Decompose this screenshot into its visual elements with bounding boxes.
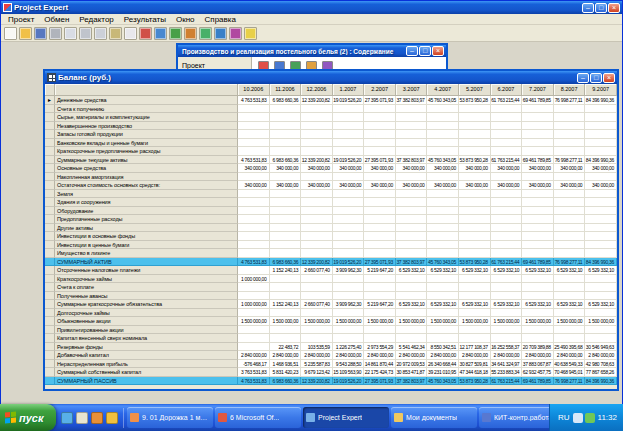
table-cell[interactable]: [301, 249, 333, 258]
table-cell[interactable]: 340 000,00: [554, 164, 586, 173]
table-cell[interactable]: 5 831 420,23: [270, 368, 302, 377]
table-cell[interactable]: [238, 326, 270, 335]
table-cell[interactable]: [301, 326, 333, 335]
table-cell[interactable]: 25 490 395,68: [554, 343, 586, 352]
table-cell[interactable]: [333, 122, 365, 131]
table-cell[interactable]: [238, 215, 270, 224]
table-cell[interactable]: [459, 113, 491, 122]
table-cell[interactable]: [301, 224, 333, 233]
table-cell[interactable]: 61 763 215,44: [491, 156, 523, 165]
table-cell[interactable]: 53 873 950,28: [459, 156, 491, 165]
table-cell[interactable]: [364, 147, 396, 156]
table-cell[interactable]: 3 763 531,83: [238, 368, 270, 377]
table-cell[interactable]: [396, 326, 428, 335]
table-cell[interactable]: 12 177 108,37: [459, 343, 491, 352]
table-cell[interactable]: [554, 147, 586, 156]
table-cell[interactable]: [301, 292, 333, 301]
table-cell[interactable]: 19 019 526,20: [333, 96, 365, 105]
table-cell[interactable]: 26 340 668,44: [427, 360, 459, 369]
table-cell[interactable]: [427, 334, 459, 343]
table-cell[interactable]: [522, 215, 554, 224]
table-cell[interactable]: 22 175 424,73: [364, 368, 396, 377]
table-cell[interactable]: [554, 139, 586, 148]
table-cell[interactable]: [491, 232, 523, 241]
table-cell[interactable]: [238, 249, 270, 258]
table-cell[interactable]: [427, 207, 459, 216]
table-cell[interactable]: [301, 275, 333, 284]
row-selector[interactable]: [45, 173, 55, 182]
table-cell[interactable]: 6 529 332,10: [396, 266, 428, 275]
table-cell[interactable]: 2 840 000,00: [238, 351, 270, 360]
table-cell[interactable]: [585, 241, 617, 250]
table-cell[interactable]: 1 500 000,00: [427, 317, 459, 326]
table-cell[interactable]: [333, 105, 365, 114]
table-cell[interactable]: [238, 130, 270, 139]
table-cell[interactable]: 27 395 071,93: [364, 96, 396, 105]
row-selector[interactable]: [45, 360, 55, 369]
table-cell[interactable]: [427, 215, 459, 224]
table-cell[interactable]: 47 344 618,18: [459, 368, 491, 377]
table-cell[interactable]: 14 861 870,44: [364, 360, 396, 369]
table-cell[interactable]: [585, 215, 617, 224]
table-cell[interactable]: [522, 283, 554, 292]
menu-item-results[interactable]: Результаты: [119, 14, 171, 25]
table-cell[interactable]: [364, 232, 396, 241]
table-cell[interactable]: 5 235 587,83: [301, 360, 333, 369]
table-cell[interactable]: [554, 215, 586, 224]
table-cell[interactable]: [238, 309, 270, 318]
table-cell[interactable]: 53 873 950,28: [459, 96, 491, 105]
table-cell[interactable]: [270, 215, 302, 224]
table-cell[interactable]: [301, 309, 333, 318]
table-cell[interactable]: 30 546 949,63: [585, 343, 617, 352]
table-cell[interactable]: 34 641 324,97: [491, 360, 523, 369]
row-selector[interactable]: [45, 207, 55, 216]
report-icon[interactable]: [229, 27, 242, 40]
table-cell[interactable]: [396, 292, 428, 301]
column-header[interactable]: 6.2007: [491, 84, 523, 96]
table-cell[interactable]: [459, 334, 491, 343]
table-cell[interactable]: [585, 113, 617, 122]
table-cell[interactable]: 340 000,00: [554, 181, 586, 190]
table-cell[interactable]: [238, 198, 270, 207]
table-cell[interactable]: 6 983 660,36: [270, 377, 302, 386]
table-cell[interactable]: 1 500 000,00: [238, 317, 270, 326]
table-cell[interactable]: [396, 232, 428, 241]
table-cell[interactable]: 61 763 215,44: [491, 96, 523, 105]
table-cell[interactable]: 84 396 990,36: [585, 156, 617, 165]
row-selector[interactable]: [45, 249, 55, 258]
table-cell[interactable]: [554, 207, 586, 216]
row-selector[interactable]: [45, 122, 55, 131]
table-cell[interactable]: [270, 241, 302, 250]
table-cell[interactable]: [301, 122, 333, 131]
row-selector[interactable]: ►: [45, 96, 55, 105]
table-cell[interactable]: 5 219 647,20: [364, 266, 396, 275]
table-cell[interactable]: [459, 249, 491, 258]
table-cell[interactable]: 37 382 803,97: [396, 377, 428, 386]
menu-item-help[interactable]: Справка: [200, 14, 241, 25]
table-cell[interactable]: [491, 275, 523, 284]
table-cell[interactable]: 9 543 288,50: [333, 360, 365, 369]
row-selector[interactable]: [45, 190, 55, 199]
table-cell[interactable]: 12 339 200,82: [301, 156, 333, 165]
table-cell[interactable]: 84 396 990,36: [585, 258, 617, 267]
table-cell[interactable]: 340 000,00: [427, 181, 459, 190]
table-cell[interactable]: 340 000,00: [459, 164, 491, 173]
table-cell[interactable]: [270, 147, 302, 156]
table-cell[interactable]: [459, 224, 491, 233]
media-player-icon[interactable]: [91, 412, 103, 424]
table-cell[interactable]: 2 840 000,00: [270, 351, 302, 360]
table-cell[interactable]: [238, 207, 270, 216]
table-cell[interactable]: 53 873 950,28: [459, 258, 491, 267]
table-cell[interactable]: [333, 207, 365, 216]
table-cell[interactable]: [459, 232, 491, 241]
calendar-icon[interactable]: [139, 27, 152, 40]
table-cell[interactable]: [427, 241, 459, 250]
table-cell[interactable]: 6 983 660,36: [270, 258, 302, 267]
table-cell[interactable]: [491, 249, 523, 258]
table-cell[interactable]: [522, 173, 554, 182]
paste-icon[interactable]: [109, 27, 122, 40]
table-cell[interactable]: [459, 241, 491, 250]
content-minimize-button[interactable]: –: [406, 46, 418, 56]
table-cell[interactable]: [396, 113, 428, 122]
copy-icon[interactable]: [94, 27, 107, 40]
